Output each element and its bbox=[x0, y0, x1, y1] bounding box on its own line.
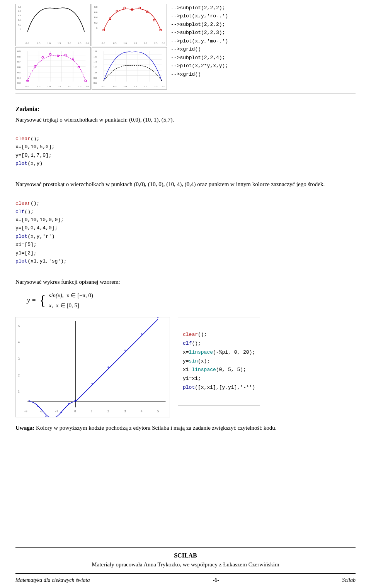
svg-text:0.5: 0.5 bbox=[17, 71, 21, 74]
task2-text: Narysować prostokąt o wierzchołkach w pu… bbox=[15, 180, 356, 189]
svg-text:0: 0 bbox=[96, 27, 98, 29]
task3-plot: 5 4 3 2 1 -3 -2 -1 0 1 2 3 4 5 bbox=[15, 317, 170, 417]
footer-title: SCILAB bbox=[15, 551, 356, 560]
uwaga-text: Kolory w powyższym kodzie pochodzą z edy… bbox=[34, 425, 276, 431]
svg-text:0.9: 0.9 bbox=[17, 50, 21, 53]
plot-2: 0.8 0.6 0.4 0.2 0 0.0 0.5 1.0 1.5 2.0 2.… bbox=[92, 4, 167, 46]
svg-text:1.0: 1.0 bbox=[18, 5, 22, 8]
code3-clear: clear bbox=[183, 332, 198, 337]
plot-4: 1.8 1.6 1.4 1.2 1.0 0.8 0.6 0.0 0.5 1.0 … bbox=[92, 47, 167, 90]
code2-block: clear(); clf(); x=[0,10,10,0,0]; y=[0,0,… bbox=[15, 191, 356, 274]
svg-text:0.6: 0.6 bbox=[18, 14, 22, 17]
task3-section: 5 4 3 2 1 -3 -2 -1 0 1 2 3 4 5 bbox=[15, 317, 356, 417]
svg-text:3.0: 3.0 bbox=[162, 85, 165, 88]
bottom-left: Matematyka dla ciekawych świata bbox=[15, 576, 90, 584]
footer-content: SCILAB Materiały opracowała Anna Trykozk… bbox=[15, 551, 356, 569]
svg-text:-3: -3 bbox=[24, 409, 27, 413]
svg-text:*: * bbox=[157, 317, 159, 320]
svg-text:-2: -2 bbox=[40, 409, 43, 413]
svg-text:2.5: 2.5 bbox=[78, 42, 82, 44]
zadania-title: Zadania: bbox=[15, 105, 356, 114]
code3-linspace2: linspace bbox=[192, 367, 216, 373]
bottom-right: Scilab bbox=[342, 576, 356, 584]
svg-text:3.0: 3.0 bbox=[162, 42, 165, 44]
svg-text:*: * bbox=[45, 414, 47, 417]
svg-text:1.0: 1.0 bbox=[47, 42, 51, 44]
svg-text:1.0: 1.0 bbox=[123, 85, 127, 88]
svg-text:2.0: 2.0 bbox=[68, 42, 71, 44]
svg-text:*: * bbox=[37, 405, 39, 409]
svg-text:0.8: 0.8 bbox=[17, 55, 21, 58]
svg-text:0.6: 0.6 bbox=[94, 11, 98, 14]
code2-plot2: plot bbox=[15, 258, 27, 264]
bottom-bar: Matematyka dla ciekawych świata -6- Scil… bbox=[15, 573, 356, 584]
code1-block: clear(); x=[0,10,5,0]; y=[0,1,7,0]; plot… bbox=[15, 127, 356, 176]
piecewise-case-2: x, x ∈ [0, 5] bbox=[49, 301, 93, 310]
task3-text: Narysować wykres funkcji opisanej wzorem… bbox=[15, 278, 356, 286]
svg-text:0.0: 0.0 bbox=[26, 85, 29, 88]
svg-text:*: * bbox=[124, 349, 126, 353]
svg-text:1.6: 1.6 bbox=[94, 55, 97, 58]
svg-text:3.0: 3.0 bbox=[85, 85, 89, 88]
svg-text:3.0: 3.0 bbox=[85, 42, 89, 44]
svg-text:1: 1 bbox=[91, 409, 92, 413]
uwaga-section: Uwaga: Kolory w powyższym kodzie pochodz… bbox=[15, 424, 356, 432]
top-code-line: -->subplot(2,2,4); bbox=[171, 55, 225, 61]
footer-subtitle: Materiały opracowała Anna Trykozko, we w… bbox=[15, 560, 356, 569]
top-code-line: -->subplot(2,2,3); bbox=[171, 30, 225, 36]
svg-text:1.2: 1.2 bbox=[94, 66, 97, 68]
svg-text:0.6: 0.6 bbox=[17, 66, 21, 68]
main-content: Zadania: Narysować trójkąt o wierzchołka… bbox=[15, 101, 356, 490]
svg-text:2: 2 bbox=[18, 373, 20, 377]
svg-text:0.5: 0.5 bbox=[37, 42, 41, 44]
svg-text:1.0: 1.0 bbox=[123, 42, 127, 44]
svg-text:1.5: 1.5 bbox=[134, 85, 137, 88]
svg-text:1.0: 1.0 bbox=[47, 85, 51, 88]
code1-plot: plot bbox=[15, 161, 27, 166]
svg-rect-95 bbox=[16, 317, 170, 417]
svg-text:0.8: 0.8 bbox=[18, 10, 22, 12]
code2-plot: plot bbox=[15, 234, 27, 239]
svg-text:0.3: 0.3 bbox=[17, 81, 21, 84]
svg-text:2.5: 2.5 bbox=[154, 42, 158, 44]
svg-text:0.4: 0.4 bbox=[17, 76, 21, 79]
plot-1: 1.0 0.8 0.6 0.4 0.2 0 0.0 0.5 1.0 1.5 2.… bbox=[15, 4, 91, 46]
code3-linspace1: linspace bbox=[189, 349, 213, 355]
code1-clear: clear bbox=[15, 136, 31, 142]
svg-text:*: * bbox=[68, 402, 70, 406]
svg-text:1.8: 1.8 bbox=[94, 50, 97, 53]
svg-text:0.2: 0.2 bbox=[94, 21, 98, 24]
top-code-line: -->plot(x,y,'mo-.') bbox=[171, 38, 228, 44]
svg-text:0: 0 bbox=[74, 409, 76, 413]
svg-text:5: 5 bbox=[157, 409, 159, 413]
bottom-center: -6- bbox=[213, 576, 219, 584]
top-code-line: -->subplot(2,2,2); bbox=[171, 22, 225, 27]
svg-text:2.0: 2.0 bbox=[68, 85, 71, 88]
top-code-line: -->plot(x,2*y,x,y); bbox=[171, 63, 228, 69]
svg-text:0: 0 bbox=[20, 28, 22, 31]
svg-text:1.5: 1.5 bbox=[134, 42, 137, 44]
svg-text:*: * bbox=[53, 416, 54, 417]
svg-rect-14 bbox=[92, 4, 166, 46]
svg-text:0.8: 0.8 bbox=[94, 76, 97, 79]
svg-text:*: * bbox=[107, 365, 109, 369]
svg-text:0.5: 0.5 bbox=[113, 85, 117, 88]
svg-text:0.7: 0.7 bbox=[17, 60, 21, 63]
svg-text:0.8: 0.8 bbox=[94, 5, 98, 8]
code3-sin: sin bbox=[189, 358, 198, 364]
svg-text:0.5: 0.5 bbox=[113, 42, 117, 44]
top-code-line: -->xgrid() bbox=[171, 71, 201, 77]
svg-text:1.4: 1.4 bbox=[94, 60, 97, 63]
code3-plot: plot bbox=[183, 385, 195, 390]
top-code-block: -->subplot(2,2,2); -->plot(x,y,'ro-.') -… bbox=[171, 4, 228, 78]
svg-text:0.6: 0.6 bbox=[94, 81, 97, 84]
top-code-line: -->xgrid() bbox=[171, 46, 201, 52]
svg-text:*: * bbox=[141, 332, 143, 336]
svg-text:*: * bbox=[74, 399, 76, 403]
piecewise-case-1: sin(x), x ∈ [−π, 0) bbox=[49, 291, 93, 300]
svg-text:1.5: 1.5 bbox=[58, 42, 61, 44]
svg-text:2.5: 2.5 bbox=[78, 85, 82, 88]
code2-clear: clear bbox=[15, 200, 31, 206]
svg-text:1: 1 bbox=[18, 390, 20, 393]
svg-text:4: 4 bbox=[18, 340, 20, 344]
